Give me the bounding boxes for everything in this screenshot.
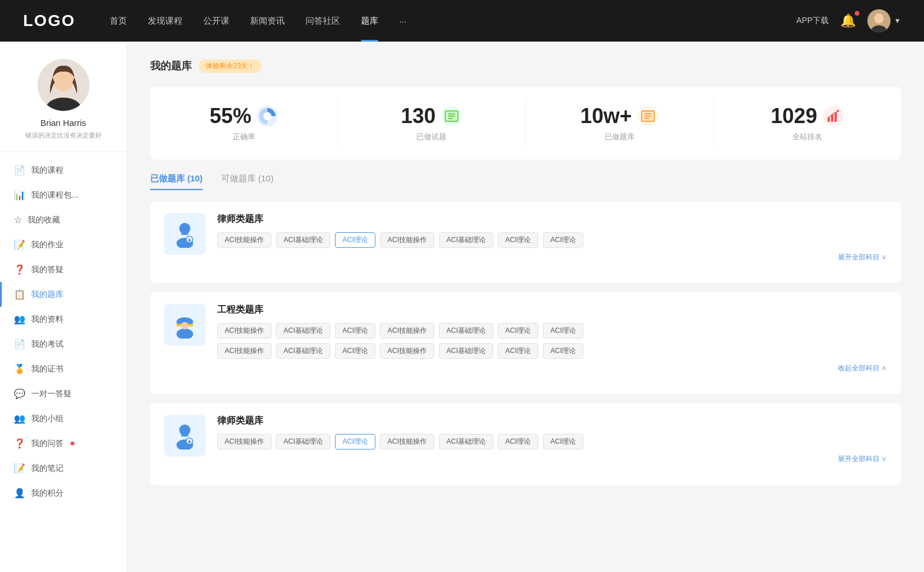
bank-card-0: 律师类题库 ACI技能操作 ACI基础理论 ACI理论 ACI技能操作 ACI基… bbox=[150, 202, 901, 283]
profile-icon: 👥 bbox=[14, 314, 25, 325]
user-avatar-wrap[interactable]: ▼ bbox=[867, 9, 901, 32]
header: LOGO 首页 发现课程 公开课 新闻资讯 问答社区 题库 ··· APP下载 … bbox=[0, 0, 924, 42]
tag-item[interactable]: ACI基础理论 bbox=[276, 434, 330, 450]
stat-accuracy-label: 正确率 bbox=[233, 132, 255, 142]
bank-card-1-tags-section: 工程类题库 ACI技能操作 ACI基础理论 ACI理论 ACI技能操作 ACI基… bbox=[217, 304, 887, 373]
sidebar-item-my-certificate[interactable]: 🏅 我的证书 bbox=[0, 356, 126, 381]
tag-item[interactable]: ACI基础理论 bbox=[276, 232, 330, 248]
tag-item[interactable]: ACI理论 bbox=[498, 434, 538, 450]
collapse-link-1[interactable]: 收起全部科目 ∧ bbox=[217, 359, 887, 373]
tag-item[interactable]: ACI技能操作 bbox=[217, 232, 271, 248]
sidebar-item-my-answers[interactable]: ❓ 我的问答 bbox=[0, 431, 126, 456]
sidebar-item-my-notes[interactable]: 📝 我的笔记 bbox=[0, 456, 126, 481]
main-content: 我的题库 体验剩余23天！ 55% 正确 bbox=[127, 42, 924, 572]
nav-bank[interactable]: 题库 bbox=[361, 16, 378, 27]
sidebar: Brian Harris 错误的决定比没有决定要好 📄 我的课程 📊 我的课程包… bbox=[0, 42, 127, 572]
tag-item[interactable]: ACI基础理论 bbox=[276, 323, 330, 339]
stat-accuracy-number-row: 55% bbox=[210, 104, 278, 128]
tag-item[interactable]: ACI基础理论 bbox=[439, 343, 493, 359]
bank-card-1: 工程类题库 ACI技能操作 ACI基础理论 ACI理论 ACI技能操作 ACI基… bbox=[150, 292, 901, 394]
tag-item-selected[interactable]: ACI理论 bbox=[335, 232, 375, 248]
stat-questions-done: 130 已做试题 bbox=[338, 98, 526, 148]
sidebar-item-my-points[interactable]: 👤 我的积分 bbox=[0, 481, 126, 506]
profile-avatar bbox=[38, 59, 90, 111]
stat-ranking-label: 全站排名 bbox=[792, 132, 822, 142]
profile-motto: 错误的决定比没有决定要好 bbox=[12, 131, 115, 140]
tag-item-selected[interactable]: ACI理论 bbox=[335, 434, 375, 450]
stat-accuracy-number: 55% bbox=[210, 104, 251, 128]
tag-item[interactable]: ACI理论 bbox=[498, 232, 538, 248]
bank-card-1-tags-row1: ACI技能操作 ACI基础理论 ACI理论 ACI技能操作 ACI基础理论 AC… bbox=[217, 323, 887, 339]
bank-card-2-header: 律师类题库 ACI技能操作 ACI基础理论 ACI理论 ACI技能操作 ACI基… bbox=[164, 415, 887, 464]
questions-chart-icon bbox=[441, 106, 462, 127]
app-download-button[interactable]: APP下载 bbox=[796, 16, 829, 26]
bank-card-0-tags-section: 律师类题库 ACI技能操作 ACI基础理论 ACI理论 ACI技能操作 ACI基… bbox=[217, 213, 887, 262]
expand-link-0[interactable]: 展开全部科目 ∨ bbox=[217, 248, 887, 262]
tab-done-banks[interactable]: 已做题库 (10) bbox=[150, 173, 203, 190]
nav-qa[interactable]: 问答社区 bbox=[305, 16, 340, 27]
nav-news[interactable]: 新闻资讯 bbox=[250, 16, 285, 27]
sidebar-item-my-group[interactable]: 👥 我的小组 bbox=[0, 406, 126, 431]
tag-item[interactable]: ACI基础理论 bbox=[439, 232, 493, 248]
logo[interactable]: LOGO bbox=[23, 12, 75, 30]
tabs-row: 已做题库 (10) 可做题库 (10) bbox=[150, 173, 901, 190]
sidebar-item-my-course[interactable]: 📄 我的课程 bbox=[0, 158, 126, 183]
notification-bell[interactable]: 🔔 bbox=[840, 13, 856, 28]
stat-banks-number-row: 10w+ bbox=[580, 104, 658, 128]
stat-ranking-number: 1029 bbox=[771, 104, 817, 128]
svg-rect-24 bbox=[181, 233, 189, 235]
tag-item[interactable]: ACI理论 bbox=[543, 323, 583, 339]
tag-item[interactable]: ACI技能操作 bbox=[217, 323, 271, 339]
answers-dot-badge bbox=[70, 441, 74, 445]
nav-discover[interactable]: 发现课程 bbox=[148, 16, 182, 27]
tag-item[interactable]: ACI基础理论 bbox=[276, 343, 330, 359]
sidebar-item-my-bank[interactable]: 📋 我的题库 bbox=[0, 282, 126, 307]
nav-open-course[interactable]: 公开课 bbox=[203, 16, 229, 27]
tag-item[interactable]: ACI技能操作 bbox=[380, 343, 434, 359]
tag-item[interactable]: ACI技能操作 bbox=[380, 323, 434, 339]
bank-icon: 📋 bbox=[14, 289, 25, 300]
avatar bbox=[867, 9, 891, 32]
homework-icon: 📝 bbox=[14, 239, 25, 250]
tag-item[interactable]: ACI技能操作 bbox=[380, 232, 434, 248]
sidebar-item-my-profile[interactable]: 👥 我的资料 bbox=[0, 307, 126, 332]
bank-card-0-icon bbox=[164, 213, 206, 255]
sidebar-profile: Brian Harris 错误的决定比没有决定要好 bbox=[0, 59, 126, 152]
tag-item[interactable]: ACI技能操作 bbox=[217, 434, 271, 450]
stat-questions-number-row: 130 bbox=[401, 104, 462, 128]
tag-item[interactable]: ACI基础理论 bbox=[439, 323, 493, 339]
tag-item[interactable]: ACI基础理论 bbox=[439, 434, 493, 450]
svg-rect-34 bbox=[181, 434, 189, 436]
tag-item[interactable]: ACI理论 bbox=[543, 343, 583, 359]
tag-item[interactable]: ACI理论 bbox=[335, 343, 375, 359]
tag-item[interactable]: ACI技能操作 bbox=[217, 343, 271, 359]
nav-home[interactable]: 首页 bbox=[110, 16, 127, 27]
expand-link-2[interactable]: 展开全部科目 ∨ bbox=[217, 450, 887, 464]
sidebar-item-my-questions[interactable]: ❓ 我的答疑 bbox=[0, 257, 126, 282]
bank-card-1-name: 工程类题库 bbox=[217, 304, 887, 316]
one-on-one-icon: 💬 bbox=[14, 388, 25, 399]
tag-item[interactable]: ACI理论 bbox=[543, 232, 583, 248]
bank-card-1-icon bbox=[164, 304, 206, 346]
tag-item[interactable]: ACI理论 bbox=[543, 434, 583, 450]
tag-item[interactable]: ACI技能操作 bbox=[380, 434, 434, 450]
trial-badge: 体验剩余23天！ bbox=[199, 60, 262, 73]
sidebar-item-my-favorites[interactable]: ☆ 我的收藏 bbox=[0, 207, 126, 232]
notes-icon: 📝 bbox=[14, 463, 25, 474]
tag-item[interactable]: ACI理论 bbox=[335, 323, 375, 339]
course-icon: 📄 bbox=[14, 165, 25, 176]
svg-point-32 bbox=[179, 425, 190, 436]
bank-card-2: 律师类题库 ACI技能操作 ACI基础理论 ACI理论 ACI技能操作 ACI基… bbox=[150, 403, 901, 485]
sidebar-item-my-exam[interactable]: 📄 我的考试 bbox=[0, 332, 126, 356]
tag-item[interactable]: ACI理论 bbox=[498, 323, 538, 339]
main-layout: Brian Harris 错误的决定比没有决定要好 📄 我的课程 📊 我的课程包… bbox=[0, 42, 924, 572]
tab-available-banks[interactable]: 可做题库 (10) bbox=[221, 173, 274, 190]
nav-more[interactable]: ··· bbox=[399, 16, 407, 26]
sidebar-item-one-on-one[interactable]: 💬 一对一答疑 bbox=[0, 381, 126, 406]
tag-item[interactable]: ACI理论 bbox=[498, 343, 538, 359]
sidebar-item-my-homework[interactable]: 📝 我的作业 bbox=[0, 232, 126, 257]
sidebar-item-my-course-package[interactable]: 📊 我的课程包... bbox=[0, 183, 126, 207]
notification-badge bbox=[855, 11, 859, 16]
svg-point-7 bbox=[263, 112, 271, 120]
bank-card-2-tags: ACI技能操作 ACI基础理论 ACI理论 ACI技能操作 ACI基础理论 AC… bbox=[217, 434, 887, 450]
